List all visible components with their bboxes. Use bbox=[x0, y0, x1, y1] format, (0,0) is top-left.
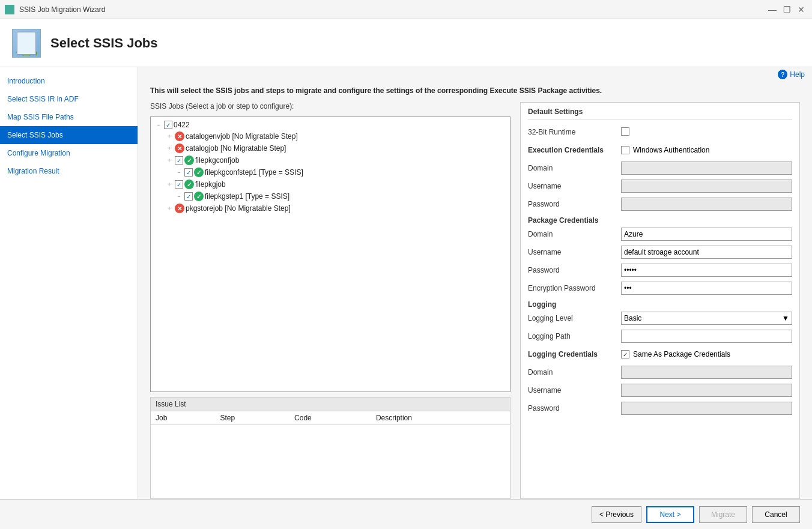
expander-catalogenvjob[interactable]: + bbox=[165, 132, 174, 141]
help-label: Help bbox=[790, 70, 805, 79]
svg-marker-5 bbox=[26, 47, 37, 56]
next-button[interactable]: Next > bbox=[646, 506, 694, 523]
checkbox-filepkgstep1[interactable] bbox=[184, 192, 193, 201]
sidebar-item-migration-result[interactable]: Migration Result bbox=[0, 162, 138, 180]
label-username-exec: Username bbox=[528, 182, 621, 190]
checkbox-32bit[interactable] bbox=[621, 127, 629, 136]
checkbox-filepkgconfjob[interactable] bbox=[175, 156, 183, 165]
tree-text-catalogenvjob: catalogenvjob [No Migratable Step] bbox=[186, 132, 298, 141]
help-icon: ? bbox=[778, 70, 787, 79]
select-logging-level-value: Basic bbox=[624, 314, 641, 322]
expander-root[interactable]: − bbox=[154, 121, 163, 129]
label-username-log: Username bbox=[528, 386, 621, 394]
sidebar-item-select-jobs[interactable]: Select SSIS Jobs bbox=[0, 126, 138, 144]
row-username-pkg: Username bbox=[528, 245, 792, 259]
label-domain-log: Domain bbox=[528, 368, 621, 376]
row-password-exec: Password bbox=[528, 197, 792, 211]
same-as-pkg-label: Same As Package Credentials bbox=[633, 350, 730, 358]
header-icon bbox=[12, 29, 41, 58]
row-domain-exec: Domain bbox=[528, 161, 792, 175]
row-enc-password: Encryption Password bbox=[528, 281, 792, 295]
tree-text-catalogjob: catalogjob [No Migratable Step] bbox=[186, 144, 286, 153]
row-password-log: Password bbox=[528, 401, 792, 416]
checkbox-filepkgjob[interactable] bbox=[175, 180, 183, 189]
label-domain-pkg: Domain bbox=[528, 230, 621, 238]
input-username-pkg[interactable] bbox=[621, 246, 792, 259]
tree-text-filepkgjob: filepkgjob bbox=[195, 180, 226, 189]
col-description: Description bbox=[371, 411, 510, 425]
content-area: ? Help This will select the SSIS jobs an… bbox=[138, 67, 812, 499]
input-password-pkg[interactable] bbox=[621, 264, 792, 277]
windows-auth-label: Windows Authentication bbox=[633, 146, 709, 154]
checkbox-root[interactable] bbox=[164, 121, 172, 129]
help-link[interactable]: ? Help bbox=[778, 70, 805, 79]
label-exec-creds: Execution Credentials bbox=[528, 146, 621, 154]
label-domain-exec: Domain bbox=[528, 164, 621, 172]
tree-item-filepkgjob[interactable]: + ✓ filepkgjob bbox=[153, 178, 507, 190]
status-error-catalogjob: ✕ bbox=[175, 144, 184, 153]
label-password-pkg: Password bbox=[528, 266, 621, 274]
sidebar-item-configure-migration[interactable]: Configure Migration bbox=[0, 144, 138, 162]
input-domain-log[interactable] bbox=[621, 366, 792, 379]
row-32bit: 32-Bit Runtime bbox=[528, 125, 792, 139]
svg-marker-4 bbox=[16, 47, 37, 56]
col-step: Step bbox=[215, 411, 289, 425]
minimize-button[interactable]: — bbox=[766, 4, 778, 16]
input-password-exec[interactable] bbox=[621, 198, 792, 211]
issue-section: Issue List Job Step Code Description bbox=[150, 397, 511, 499]
sidebar-item-introduction[interactable]: Introduction bbox=[0, 72, 138, 90]
tree-item-catalogjob[interactable]: + ✕ catalogjob [No Migratable Step] bbox=[153, 142, 507, 154]
main-layout: Introduction Select SSIS IR in ADF Map S… bbox=[0, 67, 812, 499]
right-panel: Default Settings 32-Bit Runtime Executio… bbox=[520, 102, 800, 499]
expander-filepkgjob[interactable]: + bbox=[165, 180, 174, 189]
tree-item-catalogenvjob[interactable]: + ✕ catalogenvjob [No Migratable Step] bbox=[153, 130, 507, 142]
input-username-exec[interactable] bbox=[621, 180, 792, 193]
sidebar-item-select-ir[interactable]: Select SSIS IR in ADF bbox=[0, 90, 138, 108]
tree-item-root[interactable]: − 0422 bbox=[153, 119, 507, 130]
label-password-exec: Password bbox=[528, 200, 621, 208]
close-button[interactable]: ✕ bbox=[795, 4, 807, 16]
previous-button[interactable]: < Previous bbox=[592, 506, 641, 523]
input-domain-pkg[interactable] bbox=[621, 228, 792, 241]
col-code: Code bbox=[289, 411, 371, 425]
tree-container[interactable]: − 0422 + ✕ catalogenvjob [No Migratable … bbox=[150, 116, 511, 392]
status-error-pkgstorejob: ✕ bbox=[175, 204, 184, 213]
tree-text-filepkgconfjob: filepkgconfjob bbox=[195, 156, 239, 165]
label-32bit: 32-Bit Runtime bbox=[528, 128, 621, 136]
tree-text-pkgstorejob: pkgstorejob [No Migratable Step] bbox=[186, 204, 291, 213]
row-password-pkg: Password bbox=[528, 263, 792, 277]
expander-filepkgconfstep1[interactable]: − bbox=[175, 168, 183, 177]
cancel-button[interactable]: Cancel bbox=[752, 506, 800, 523]
two-panel: SSIS Jobs (Select a job or step to confi… bbox=[138, 102, 812, 499]
checkbox-windows-auth[interactable] bbox=[621, 146, 629, 154]
expander-filepkgstep1[interactable]: − bbox=[175, 192, 183, 201]
label-logging-creds: Logging Credentials bbox=[528, 350, 621, 358]
status-ok-filepkgconfstep1: ✓ bbox=[194, 168, 204, 177]
input-logging-path[interactable] bbox=[621, 330, 792, 343]
tree-item-filepkgconfstep1[interactable]: − ✓ filepkgconfstep1 [Type = SSIS] bbox=[153, 166, 507, 178]
settings-header: Default Settings bbox=[528, 107, 792, 120]
restore-button[interactable]: ❐ bbox=[781, 4, 793, 16]
svg-rect-1 bbox=[20, 34, 30, 35]
status-ok-filepkgjob: ✓ bbox=[184, 180, 194, 189]
sidebar-item-map-paths[interactable]: Map SSIS File Paths bbox=[0, 108, 138, 126]
tree-item-pkgstorejob[interactable]: + ✕ pkgstorejob [No Migratable Step] bbox=[153, 202, 507, 214]
row-domain-log: Domain bbox=[528, 365, 792, 379]
section-logging: Logging bbox=[528, 300, 792, 309]
input-domain-exec[interactable] bbox=[621, 162, 792, 175]
input-username-log[interactable] bbox=[621, 384, 792, 397]
checkbox-filepkgconfstep1[interactable] bbox=[184, 168, 193, 177]
select-logging-level[interactable]: Basic ▼ bbox=[621, 312, 792, 325]
tree-label: SSIS Jobs (Select a job or step to confi… bbox=[150, 102, 511, 110]
tree-item-filepkgstep1[interactable]: − ✓ filepkgstep1 [Type = SSIS] bbox=[153, 190, 507, 202]
input-password-log[interactable] bbox=[621, 402, 792, 415]
expander-filepkgconfjob[interactable]: + bbox=[165, 156, 174, 165]
page-title: Select SSIS Jobs bbox=[50, 35, 158, 51]
expander-catalogjob[interactable]: + bbox=[165, 144, 174, 153]
title-bar-text: SSIS Job Migration Wizard bbox=[19, 5, 105, 14]
checkbox-same-as-pkg[interactable] bbox=[621, 350, 629, 358]
expander-pkgstorejob[interactable]: + bbox=[165, 204, 174, 213]
input-enc-password[interactable] bbox=[621, 282, 792, 295]
tree-item-filepkgconfjob[interactable]: + ✓ filepkgconfjob bbox=[153, 154, 507, 166]
migrate-button[interactable]: Migrate bbox=[699, 506, 747, 523]
